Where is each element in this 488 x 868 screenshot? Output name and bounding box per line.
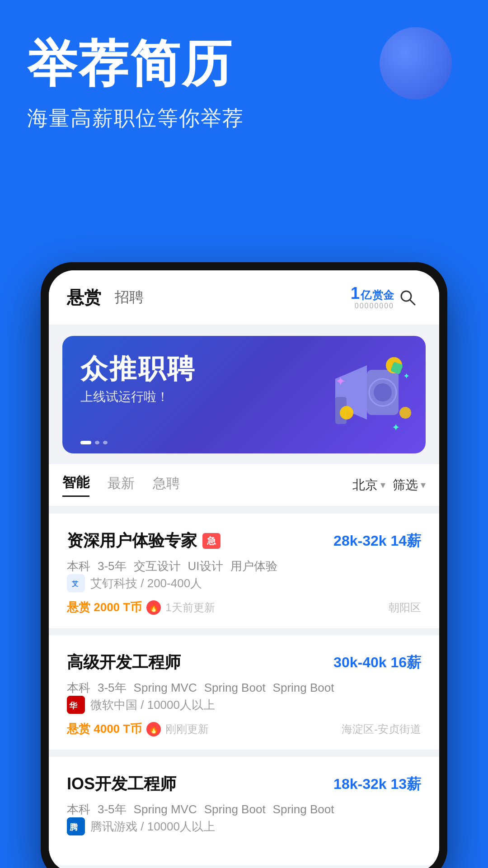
job-tags-1: 本科 3-5年 Spring MVC Spring Boot Spring Bo… <box>67 680 421 696</box>
job-card-0[interactable]: 资深用户体验专家 急 28k-32k 14薪 本科 3-5年 交互设计 UI设计… <box>49 514 439 628</box>
reward-badge: 1 亿 赏金 00000000 <box>351 285 394 310</box>
location-filter[interactable]: 北京 ▾ <box>352 476 385 494</box>
tag-1-2: Spring MVC <box>134 681 197 695</box>
tag-2-3: Spring Boot <box>204 802 266 816</box>
svg-text:华: 华 <box>69 701 78 710</box>
company-row-2: 腾 腾讯游戏 / 10000人以上 <box>67 817 421 835</box>
job-card-2[interactable]: IOS开发工程师 18k-32k 13薪 本科 3-5年 Spring MVC … <box>49 757 439 865</box>
update-time-1: 刚刚更新 <box>165 722 209 736</box>
fire-icon-1: 🔥 <box>146 722 161 736</box>
company-name-0: 艾钉科技 / 200-400人 <box>90 576 202 591</box>
job-title-2: IOS开发工程师 <box>67 773 176 795</box>
huawei-icon: 华 <box>67 696 85 714</box>
job-tags-0: 本科 3-5年 交互设计 UI设计 用户体验 <box>67 558 421 574</box>
tab-latest[interactable]: 最新 <box>108 474 135 496</box>
tag-2-1: 3-5年 <box>98 802 127 817</box>
app-nav[interactable]: 招聘 <box>115 288 144 307</box>
job-salary-1: 30k-40k 16薪 <box>333 653 421 673</box>
reward-yi: 亿 <box>361 290 371 301</box>
tab-smart[interactable]: 智能 <box>62 473 89 497</box>
megaphone-svg: ✦ ✦ ✦ <box>322 343 412 442</box>
decoration-circle <box>380 27 452 99</box>
hero-section: 举荐简历 海量高薪职位等你举荐 <box>0 0 488 253</box>
filter-chevron-icon: ▾ <box>421 479 426 491</box>
location-1: 海淀区-安贞街道 <box>342 722 421 736</box>
sub-title: 海量高薪职位等你举荐 <box>27 104 461 132</box>
job-card-1[interactable]: 高级开发工程师 30k-40k 16薪 本科 3-5年 Spring MVC S… <box>49 635 439 750</box>
banner[interactable]: 众推职聘 上线试运行啦！ <box>62 336 426 453</box>
company-logo-0: 艾 <box>67 574 85 592</box>
company-icon-0: 艾 <box>70 577 82 590</box>
tag-0-2: 交互设计 <box>134 558 181 574</box>
phone-frame: 悬赏 招聘 1 亿 赏金 00000000 <box>41 262 447 868</box>
dot-2 <box>103 441 108 444</box>
company-logo-1: 华 <box>67 696 85 714</box>
tag-1-0: 本科 <box>67 680 90 696</box>
svg-line-1 <box>410 300 415 305</box>
dot-1 <box>95 441 99 444</box>
company-logo-2: 腾 <box>67 817 85 835</box>
tag-1-4: Spring Boot <box>273 681 334 695</box>
reward-row-0: 悬赏 2000 T币 🔥 1天前更新 朝阳区 <box>67 599 421 615</box>
app-logo[interactable]: 悬赏 <box>67 286 101 309</box>
reward-text-0: 悬赏 2000 T币 <box>67 599 142 615</box>
location-0: 朝阳区 <box>389 600 421 615</box>
svg-text:艾: 艾 <box>72 580 79 587</box>
fire-icon-0: 🔥 <box>146 600 161 615</box>
company-name-2: 腾讯游戏 / 10000人以上 <box>90 819 215 835</box>
svg-text:✦: ✦ <box>403 372 410 381</box>
job-tags-2: 本科 3-5年 Spring MVC Spring Boot Spring Bo… <box>67 802 421 817</box>
company-row-0: 艾 艾钉科技 / 200-400人 <box>67 574 421 592</box>
tab-urgent[interactable]: 急聘 <box>153 474 180 496</box>
company-row-1: 华 微软中国 / 10000人以上 <box>67 696 421 714</box>
svg-point-5 <box>374 383 392 401</box>
tag-2-0: 本科 <box>67 802 90 817</box>
reward-row-1: 悬赏 4000 T币 🔥 刚刚更新 海淀区-安贞街道 <box>67 721 421 737</box>
tag-0-4: 用户体验 <box>230 558 277 574</box>
search-button[interactable] <box>394 284 421 311</box>
svg-text:腾: 腾 <box>69 823 78 832</box>
banner-dots <box>80 441 108 444</box>
tag-0-1: 3-5年 <box>98 558 127 574</box>
urgent-badge-0: 急 <box>202 533 221 549</box>
tag-2-2: Spring MVC <box>134 802 197 816</box>
tag-2-4: Spring Boot <box>273 802 334 816</box>
reward-label: 赏金 <box>372 290 394 301</box>
reward-sublabel: 00000000 <box>355 302 394 310</box>
tag-1-3: Spring Boot <box>204 681 266 695</box>
reward-info-0: 悬赏 2000 T币 🔥 1天前更新 <box>67 599 215 615</box>
reward-info-1: 悬赏 4000 T币 🔥 刚刚更新 <box>67 721 209 737</box>
app-header: 悬赏 招聘 1 亿 赏金 00000000 <box>49 270 439 325</box>
svg-point-7 <box>340 406 353 420</box>
job-title-1: 高级开发工程师 <box>67 651 181 674</box>
filter-tabs: 智能 最新 急聘 北京 ▾ 筛选 ▾ <box>49 464 439 506</box>
tag-0-3: UI设计 <box>188 558 223 574</box>
job-title-0: 资深用户体验专家 急 <box>67 530 221 552</box>
tag-0-0: 本科 <box>67 558 90 574</box>
filter-button[interactable]: 筛选 ▾ <box>393 476 426 494</box>
megaphone-illustration: ✦ ✦ ✦ <box>322 343 412 447</box>
company-name-1: 微软中国 / 10000人以上 <box>90 697 215 713</box>
job-salary-0: 28k-32k 14薪 <box>333 531 421 551</box>
update-time-0: 1天前更新 <box>165 600 215 615</box>
location-chevron-icon: ▾ <box>380 479 385 491</box>
dot-active <box>80 441 91 444</box>
svg-text:✦: ✦ <box>392 422 400 433</box>
tencent-icon: 腾 <box>67 817 85 835</box>
filter-right: 北京 ▾ 筛选 ▾ <box>352 476 426 494</box>
tag-1-1: 3-5年 <box>98 680 127 696</box>
phone-screen: 悬赏 招聘 1 亿 赏金 00000000 <box>49 270 439 868</box>
reward-num: 1 <box>351 285 360 302</box>
job-salary-2: 18k-32k 13薪 <box>333 774 421 794</box>
phone-container: 悬赏 招聘 1 亿 赏金 00000000 <box>0 253 488 868</box>
reward-text-1: 悬赏 4000 T币 <box>67 721 142 737</box>
svg-text:✦: ✦ <box>335 374 346 388</box>
svg-point-8 <box>399 407 411 419</box>
search-icon <box>398 288 418 307</box>
